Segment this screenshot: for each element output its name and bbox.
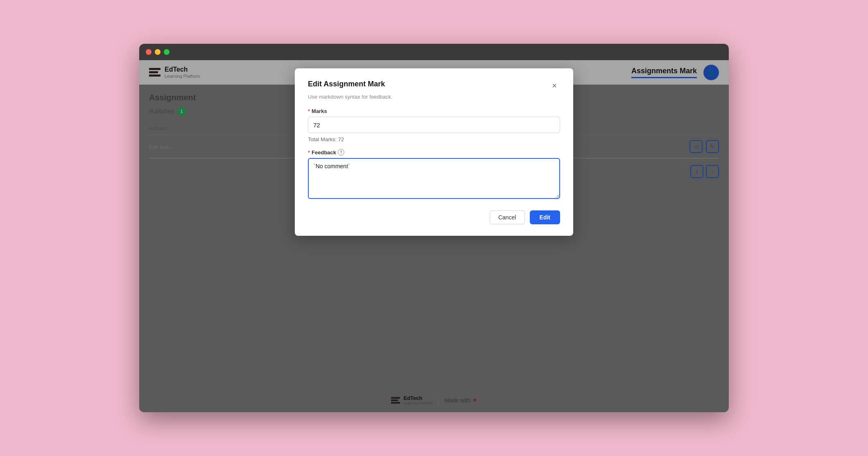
app-content: EdTech Learning Platform Assignments Mar… (139, 60, 729, 412)
feedback-textarea[interactable]: `No comment` (308, 158, 560, 199)
title-bar (139, 44, 729, 60)
maximize-button[interactable] (164, 49, 170, 55)
close-button[interactable] (146, 49, 151, 55)
browser-window: EdTech Learning Platform Assignments Mar… (139, 44, 729, 412)
edit-assignment-modal: Edit Assignment Mark × Use markdown synt… (295, 68, 573, 236)
feedback-label: * Feedback ? (308, 149, 560, 156)
modal-close-button[interactable]: × (549, 80, 560, 91)
marks-label: * Marks (308, 108, 560, 114)
marks-required-star: * (308, 108, 310, 114)
minimize-button[interactable] (155, 49, 160, 55)
cancel-button[interactable]: Cancel (490, 210, 525, 224)
marks-input[interactable] (308, 117, 560, 133)
modal-header: Edit Assignment Mark × (308, 80, 560, 91)
marks-label-text: Marks (312, 108, 327, 114)
modal-overlay: Edit Assignment Mark × Use markdown synt… (139, 60, 729, 412)
traffic-lights (146, 49, 170, 55)
total-marks-text: Total Marks: 72 (308, 136, 560, 142)
feedback-help-icon[interactable]: ? (338, 149, 344, 156)
feedback-required-star: * (308, 149, 310, 156)
modal-title: Edit Assignment Mark (308, 80, 385, 88)
feedback-label-text: Feedback (312, 149, 336, 156)
modal-footer: Cancel Edit (308, 210, 560, 224)
edit-button[interactable]: Edit (530, 210, 560, 224)
modal-subtitle: Use markdown syntax for feedback. (308, 94, 560, 100)
